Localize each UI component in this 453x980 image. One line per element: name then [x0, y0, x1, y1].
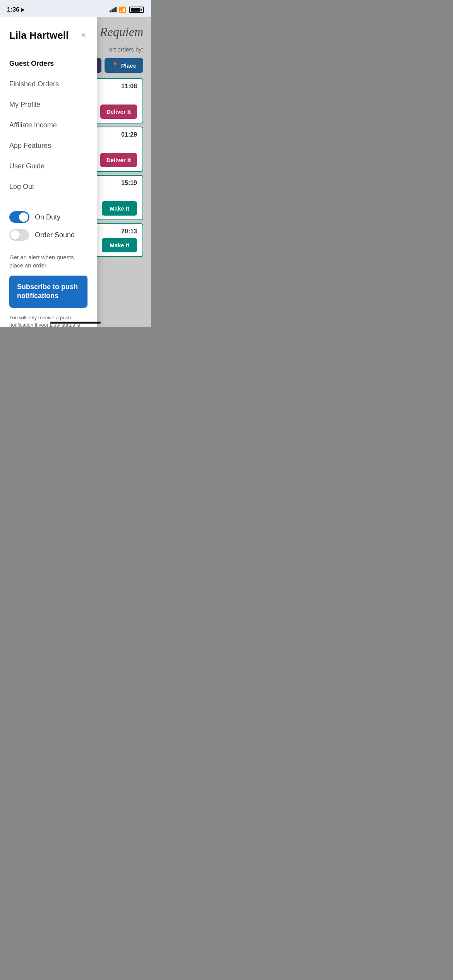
drawer-user-name: Lila Hartwell: [9, 29, 69, 41]
make-btn-4[interactable]: Make It: [102, 238, 137, 252]
signal-icon: [110, 7, 117, 12]
sort-place-button[interactable]: 📍 Place: [105, 58, 143, 73]
alert-description: Get an alert when guests place an order.: [0, 253, 97, 276]
on-duty-label: On Duty: [35, 213, 60, 221]
drawer-menu: Lila Hartwell × Guest Orders Finished Or…: [0, 17, 97, 327]
status-time: 1:36 ▶: [7, 6, 24, 13]
status-icons: 📶: [110, 6, 144, 14]
on-duty-toggle-row: On Duty: [9, 211, 88, 223]
main-content: Requiem ort orders by: e 📍 Place Wade 11…: [0, 17, 151, 327]
status-bar: 1:36 ▶ 📶: [0, 0, 151, 17]
nav-item-finished-orders[interactable]: Finished Orders: [0, 74, 97, 94]
drawer-nav: Guest Orders Finished Orders My Profile …: [0, 50, 97, 327]
on-duty-toggle[interactable]: [9, 211, 29, 223]
order-time-3: 15:19: [121, 180, 137, 187]
nav-item-affiliate-income[interactable]: Affiliate Income: [0, 115, 97, 135]
toggle-knob-order-sound: [10, 230, 20, 240]
menu-divider: [9, 201, 88, 201]
home-indicator: [50, 322, 101, 324]
order-time-2: 01:29: [121, 131, 137, 138]
order-sound-toggle[interactable]: [9, 229, 29, 241]
push-disclaimer: You will only receive a push notificatio…: [0, 314, 97, 327]
battery-icon: [129, 7, 144, 13]
drawer-toggles: On Duty Order Sound: [0, 205, 97, 253]
nav-item-log-out[interactable]: Log Out: [0, 176, 97, 197]
drawer-header: Lila Hartwell ×: [0, 17, 97, 50]
make-btn-3[interactable]: Make It: [102, 201, 137, 216]
order-sound-toggle-row: Order Sound: [9, 229, 88, 241]
toggle-knob-on-duty: [19, 212, 28, 222]
deliver-btn-2[interactable]: Deliver It: [100, 153, 137, 167]
order-time-1: 11:08: [121, 83, 137, 90]
nav-item-my-profile[interactable]: My Profile: [0, 94, 97, 115]
order-sound-label: Order Sound: [35, 231, 75, 239]
nav-item-user-guide[interactable]: User Guide: [0, 156, 97, 176]
place-pin-icon: 📍: [112, 62, 119, 69]
order-time-4: 20:13: [121, 228, 137, 235]
nav-item-app-features[interactable]: App Features: [0, 135, 97, 156]
drawer-close-button[interactable]: ×: [79, 29, 88, 42]
subscribe-push-button[interactable]: Subscribe to push notifications: [9, 276, 88, 308]
nav-item-guest-orders[interactable]: Guest Orders: [0, 53, 97, 74]
location-arrow-icon: ▶: [21, 7, 24, 12]
wifi-icon: 📶: [119, 6, 127, 14]
deliver-btn-1[interactable]: Deliver It: [100, 105, 137, 119]
